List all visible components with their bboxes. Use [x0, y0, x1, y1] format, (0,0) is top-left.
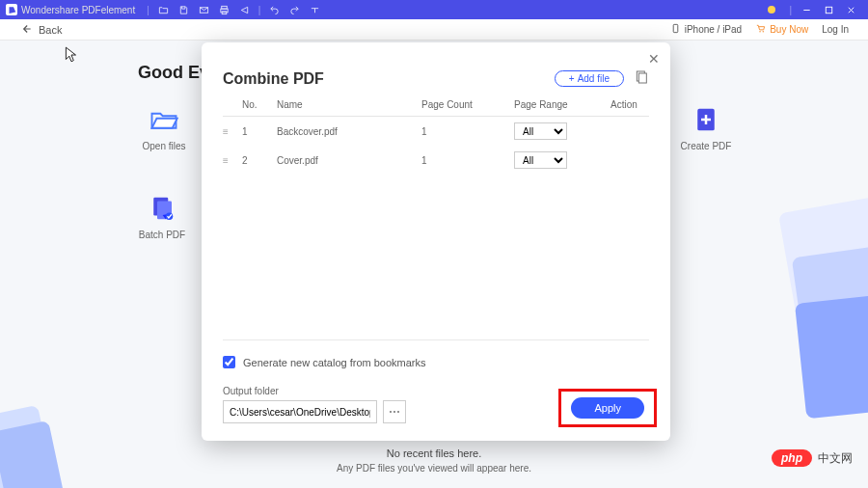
- undo-icon[interactable]: [269, 5, 280, 15]
- svg-point-6: [760, 31, 761, 32]
- table-row: ≡ 2 Cover.pdf 1 All: [223, 146, 649, 175]
- customize-icon[interactable]: [310, 5, 320, 15]
- open-files-label: Open files: [125, 141, 203, 151]
- row-no: 2: [242, 155, 277, 166]
- create-pdf-tile[interactable]: Create PDF: [667, 104, 745, 151]
- apply-button[interactable]: Apply: [571, 397, 644, 419]
- browse-folder-button[interactable]: ⋯: [383, 400, 406, 423]
- open-icon[interactable]: [158, 5, 169, 15]
- no-recent-text: No recent files here.: [0, 447, 868, 459]
- subbar: Back iPhone / iPad Buy Now Log In: [0, 19, 868, 41]
- svg-rect-5: [673, 24, 678, 32]
- create-pdf-label: Create PDF: [667, 141, 745, 151]
- col-pagerange: Page Range: [514, 99, 610, 110]
- file-table: ≡ 1 Backcover.pdf 1 All ≡ 2 Cover.pdf 1 …: [223, 117, 649, 339]
- col-action: Action: [610, 99, 649, 110]
- row-no: 1: [242, 126, 277, 137]
- page-range-select[interactable]: All: [514, 151, 567, 169]
- dialog-title: Combine PDF: [223, 70, 324, 88]
- badge-text: 中文网: [818, 450, 853, 467]
- row-pagecount: 1: [421, 155, 514, 166]
- svg-point-11: [166, 212, 174, 220]
- page-range-select[interactable]: All: [514, 122, 567, 140]
- output-folder-input[interactable]: [223, 400, 377, 423]
- app-title: Wondershare PDFelement: [21, 5, 135, 15]
- titlebar: Wondershare PDFelement | | |: [0, 0, 868, 19]
- open-files-tile[interactable]: Open files: [125, 104, 203, 151]
- col-name: Name: [277, 99, 421, 110]
- plus-icon: +: [569, 73, 575, 84]
- add-file-button[interactable]: + Add file: [555, 70, 624, 87]
- redo-icon[interactable]: [289, 5, 300, 15]
- open-files-icon: [125, 104, 203, 135]
- row-name: Backcover.pdf: [277, 126, 421, 137]
- titlebar-separator: |: [147, 5, 149, 15]
- buy-now-link[interactable]: Buy Now: [755, 23, 808, 36]
- close-window-icon[interactable]: [846, 5, 856, 15]
- svg-rect-4: [826, 7, 831, 13]
- watermark-badge: php 中文网: [772, 449, 853, 467]
- row-name: Cover.pdf: [277, 155, 421, 166]
- decoration: [795, 295, 868, 420]
- drag-handle-icon[interactable]: ≡: [223, 155, 242, 166]
- col-no: No.: [242, 99, 277, 110]
- batch-pdf-label: Batch PDF: [123, 230, 201, 240]
- app-logo-icon: [6, 4, 17, 15]
- back-label: Back: [39, 24, 62, 36]
- recent-hint-text: Any PDF files you've viewed will appear …: [0, 463, 868, 474]
- print-icon[interactable]: [219, 5, 230, 15]
- table-header: No. Name Page Count Page Range Action: [223, 94, 649, 117]
- table-row: ≡ 1 Backcover.pdf 1 All: [223, 117, 649, 146]
- mail-icon[interactable]: [199, 5, 209, 15]
- phone-icon: [670, 23, 681, 36]
- save-icon[interactable]: [178, 5, 189, 15]
- back-button[interactable]: Back: [19, 22, 62, 38]
- batch-pdf-tile[interactable]: Batch PDF: [123, 193, 201, 240]
- svg-rect-13: [638, 73, 646, 83]
- batch-pdf-icon: [123, 193, 201, 224]
- maximize-icon[interactable]: [824, 5, 834, 15]
- close-dialog-button[interactable]: ✕: [647, 52, 661, 66]
- svg-point-7: [763, 31, 764, 32]
- generate-catalog-checkbox[interactable]: Generate new catalog from bookmarks: [223, 339, 649, 368]
- arrow-left-icon: [19, 22, 33, 38]
- share-icon[interactable]: [239, 5, 250, 15]
- iphone-link[interactable]: iPhone / iPad: [670, 23, 743, 36]
- badge-pill: php: [772, 449, 812, 467]
- drag-handle-icon[interactable]: ≡: [223, 126, 242, 137]
- login-link[interactable]: Log In: [822, 24, 849, 35]
- create-pdf-icon: [667, 104, 745, 135]
- status-dot-icon: [768, 6, 775, 14]
- cursor-icon: [65, 46, 78, 67]
- combine-pdf-dialog: ✕ Combine PDF + Add file No. Name Page C…: [202, 42, 670, 441]
- cart-icon: [755, 23, 766, 36]
- row-pagecount: 1: [421, 126, 514, 137]
- document-stack-icon[interactable]: [634, 69, 649, 88]
- col-pagecount: Page Count: [421, 99, 514, 110]
- apply-highlight: Apply: [558, 389, 657, 427]
- titlebar-separator-2: |: [258, 5, 261, 15]
- generate-catalog-input[interactable]: [223, 356, 235, 368]
- minimize-icon[interactable]: [801, 5, 812, 15]
- titlebar-separator-3: |: [789, 5, 792, 15]
